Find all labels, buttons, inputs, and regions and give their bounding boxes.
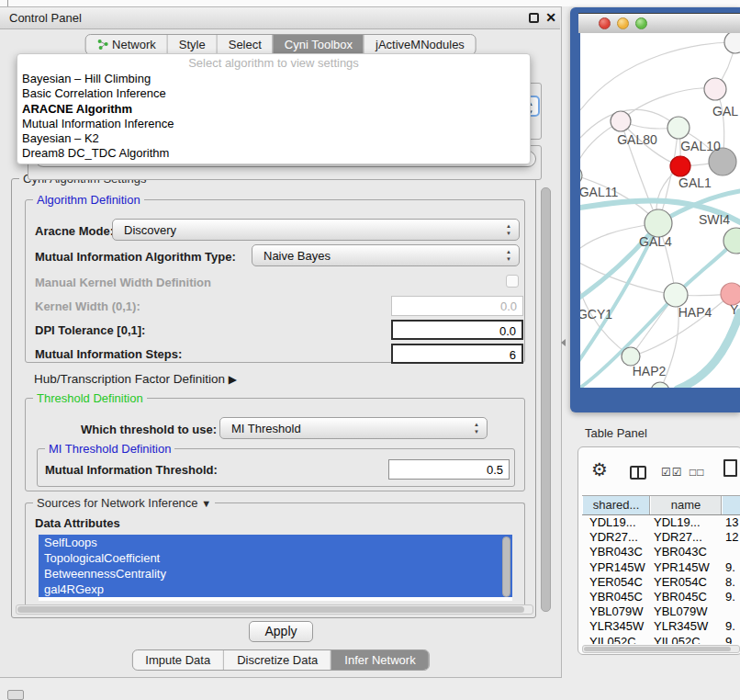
dropdown-item[interactable]: Basic Correlation Inference — [17, 86, 530, 101]
collapse-down-icon[interactable]: ▼ — [201, 498, 211, 509]
table-hscrollbar-thumb[interactable] — [584, 647, 731, 651]
which-threshold-select[interactable]: MI Threshold ▲▼ — [219, 417, 488, 439]
list-item[interactable]: SelfLoops — [39, 535, 512, 550]
node[interactable] — [724, 33, 740, 53]
mi-steps-field[interactable]: 6 — [391, 344, 523, 364]
list-item[interactable]: gal4RGexp — [39, 581, 512, 597]
sources-group: Sources for Network Inference ▼ Data Att… — [25, 502, 525, 613]
dpi-tolerance-label: DPI Tolerance [0,1]: — [35, 323, 145, 337]
table-row[interactable]: YBR045CYBR045C9. — [582, 590, 740, 604]
tab-network[interactable]: Network — [85, 35, 167, 54]
node-gal10[interactable] — [667, 117, 690, 139]
tab-jactivemnodules[interactable]: jActiveMNodules — [364, 35, 476, 54]
collapsed-panel-icon[interactable] — [7, 690, 24, 700]
table-row[interactable]: YDL19...YDL19...13 — [582, 515, 740, 530]
network-view-window[interactable]: GAL GAL80 GAL10 GAL1 GAL11 GAL4 SWI4 GCY… — [570, 7, 740, 412]
close-traffic-light[interactable] — [599, 17, 611, 29]
dropdown-item[interactable]: Mutual Information Inference — [17, 117, 530, 131]
kernel-width-field[interactable]: 0.0 — [391, 296, 523, 316]
tab-select[interactable]: Select — [217, 35, 273, 54]
node-label: GCY1 — [580, 307, 612, 322]
table-row[interactable]: YER054CYER054C8. — [582, 575, 740, 590]
node-label: GAL4 — [639, 234, 672, 249]
gear-icon[interactable]: ⚙ — [591, 458, 608, 480]
control-panel-tabs: Network Style Select Cyni Toolbox jActiv… — [84, 34, 477, 55]
aracne-mode-select[interactable]: Discovery ▲▼ — [112, 219, 520, 241]
mi-threshold-field[interactable]: 0.5 — [388, 459, 510, 480]
network-canvas[interactable]: GAL GAL80 GAL10 GAL1 GAL11 GAL4 SWI4 GCY… — [580, 33, 740, 388]
page-icon[interactable] — [723, 459, 737, 477]
split-columns-icon[interactable] — [630, 466, 646, 480]
node-gal11[interactable] — [580, 166, 582, 185]
node-hap2[interactable] — [622, 347, 640, 366]
algorithm-definition-group: Algorithm Definition Aracne Mode: Discov… — [25, 199, 525, 363]
aracne-mode-label: Aracne Mode: — [35, 224, 114, 238]
node-gal4[interactable] — [645, 209, 672, 237]
dropdown-item[interactable]: Bayesian – K2 — [17, 131, 530, 146]
list-item[interactable]: TopologicalCoefficient — [39, 550, 512, 566]
table-row[interactable]: YPR145WYPR145W9. — [582, 560, 740, 575]
table-panel: ⚙ ☑☑ □□ shared... name YDL19...YDL19...1… — [577, 446, 740, 655]
column-header-name[interactable]: name — [650, 496, 722, 514]
mi-threshold-group: MI Threshold Definition Mutual Informati… — [37, 448, 515, 487]
settings-hscrollbar-thumb[interactable] — [17, 606, 524, 613]
tab-impute-data[interactable]: Impute Data — [132, 650, 223, 670]
tab-cyni-toolbox[interactable]: Cyni Toolbox — [273, 35, 364, 54]
tab-discretize-data[interactable]: Discretize Data — [223, 650, 331, 670]
list-scrollbar[interactable] — [502, 536, 510, 597]
close-icon[interactable]: ✕ — [545, 10, 556, 25]
which-threshold-label: Which threshold to use: — [81, 423, 217, 436]
column-header-partial[interactable] — [722, 496, 740, 514]
table-row[interactable]: YDR27...YDR27...12 — [582, 530, 740, 545]
table-header-row: shared... name — [582, 495, 740, 515]
manual-kernel-width-label: Manual Kernel Width Definition — [35, 276, 211, 289]
network-window-titlebar[interactable] — [578, 13, 740, 33]
node-label: GAL1 — [678, 175, 712, 190]
threshold-definition-group: Threshold Definition Which threshold to … — [25, 398, 525, 491]
top-strip — [0, 0, 740, 6]
panel-title: Control Panel — [9, 11, 82, 25]
node-label: HAP4 — [678, 305, 712, 320]
tab-style[interactable]: Style — [167, 35, 217, 54]
node[interactable] — [651, 382, 669, 388]
data-attributes-label: Data Attributes — [35, 516, 120, 530]
node-label: HAP2 — [633, 364, 667, 378]
node-label: Y — [730, 302, 739, 317]
dpi-tolerance-field[interactable]: 0.0 — [391, 320, 523, 340]
node-gal1-selected[interactable] — [670, 156, 690, 176]
zoom-traffic-light[interactable] — [635, 17, 647, 29]
table-row[interactable]: YIL052CYIL052C9. — [582, 635, 740, 645]
node[interactable] — [704, 78, 726, 100]
node-hap4[interactable] — [664, 283, 688, 307]
unchecked-boxes-icon[interactable]: □□ — [690, 466, 705, 479]
mi-algorithm-type-label: Mutual Information Algorithm Type: — [35, 250, 236, 264]
dropdown-item-highlighted[interactable]: ARACNE Algorithm — [17, 102, 530, 117]
float-window-icon[interactable] — [529, 13, 539, 23]
data-attributes-list[interactable]: SelfLoops TopologicalCoefficient Between… — [39, 535, 512, 601]
list-item[interactable]: BetweennessCentrality — [39, 566, 512, 581]
column-header-shared[interactable]: shared... — [582, 496, 650, 514]
splitpane-handle-icon[interactable] — [561, 339, 566, 346]
control-panel: Control Panel ✕ Network Style Select Cyn… — [0, 6, 562, 678]
checked-boxes-icon[interactable]: ☑☑ — [661, 466, 683, 479]
control-panel-titlebar: Control Panel ✕ — [0, 7, 560, 29]
hub-definition-toggle[interactable]: Hub/Transcription Factor Definition ▶ — [34, 372, 237, 386]
sources-group-title: Sources for Network Inference ▼ — [33, 496, 215, 510]
table-hscrollbar[interactable] — [582, 645, 740, 653]
node-label: GAL80 — [617, 132, 657, 147]
manual-kernel-width-checkbox[interactable] — [506, 275, 519, 288]
apply-button[interactable]: Apply — [249, 621, 313, 642]
stepper-arrows-icon: ▲▼ — [506, 248, 511, 263]
minimize-traffic-light[interactable] — [617, 17, 629, 29]
tab-label: Network — [112, 38, 156, 51]
table-row[interactable]: YLR345WYLR345W9. — [582, 619, 740, 634]
tab-infer-network[interactable]: Infer Network — [331, 650, 428, 670]
mi-algorithm-type-select[interactable]: Naive Bayes ▲▼ — [252, 244, 520, 266]
dropdown-item[interactable]: Bayesian – Hill Climbing — [17, 72, 530, 86]
table-row[interactable]: YBR043CYBR043C — [582, 545, 740, 559]
table-row[interactable]: YBL079WYBL079W — [582, 604, 740, 619]
dropdown-item[interactable]: Dream8 DC_TDC Algorithm — [17, 146, 530, 161]
settings-vscrollbar[interactable] — [541, 187, 551, 612]
node-gal80[interactable] — [611, 111, 631, 131]
settings-hscrollbar[interactable] — [16, 604, 533, 615]
